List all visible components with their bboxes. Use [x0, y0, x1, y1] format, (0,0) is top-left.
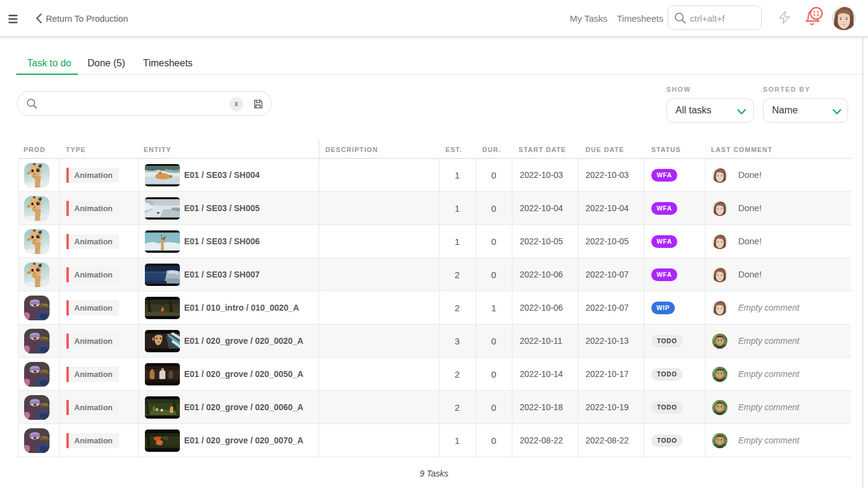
- svg-text:11: 11: [812, 10, 820, 17]
